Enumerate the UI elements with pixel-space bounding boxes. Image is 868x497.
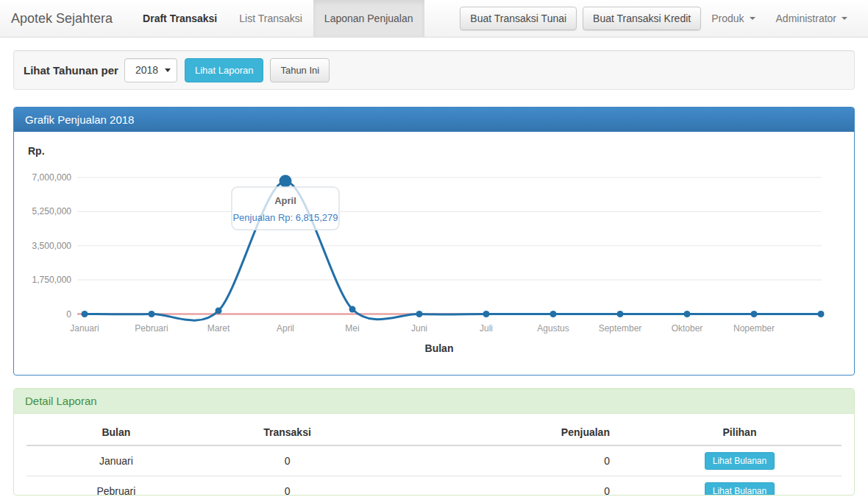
detail-laporan-panel-title: Detail Laporan (14, 389, 854, 414)
table-row: Januari 0 0 Lihat Bulanan (26, 445, 842, 476)
data-point[interactable] (82, 311, 88, 317)
col-header-bulan: Bulan (26, 418, 206, 445)
produk-dropdown[interactable]: Produk (701, 0, 765, 37)
navbar-right: Buat Transaksi Tunai Buat Transaksi Kred… (454, 0, 868, 37)
year-select[interactable]: 2018 (124, 58, 177, 82)
produk-dropdown-label: Produk (711, 13, 744, 24)
x-tick-label: September (599, 323, 642, 334)
nav-tab-draft-transaksi[interactable]: Draft Transaksi (132, 0, 228, 37)
cell-transaksi: 0 (206, 476, 369, 496)
sales-chart-body: 01,750,0003,500,0005,250,0007,000,000Rp.… (14, 132, 854, 375)
chevron-down-icon (750, 17, 755, 20)
table-header-row: Bulan Transaksi Penjualan Pilihan (26, 418, 842, 445)
x-tick-label: Maret (207, 323, 230, 334)
col-header-transaksi: Transaksi (206, 418, 369, 445)
detail-laporan-table-body: Bulan Transaksi Penjualan Pilihan Januar… (14, 414, 854, 496)
y-tick-label: 5,250,000 (32, 206, 72, 216)
x-tick-label: Agustus (537, 323, 569, 334)
x-tick-label: Nopember (733, 323, 775, 334)
data-point[interactable] (216, 308, 222, 314)
data-point[interactable] (149, 311, 155, 317)
x-tick-label: Januari (70, 323, 99, 334)
sales-chart-panel: Grafik Penjualan 2018 01,750,0003,500,00… (13, 107, 855, 376)
sales-chart-panel-title: Grafik Penjualan 2018 (14, 107, 854, 132)
lihat-bulanan-button[interactable]: Lihat Bulanan (705, 452, 775, 470)
detail-laporan-panel: Detail Laporan Bulan Transaksi Penjualan… (13, 388, 855, 496)
cell-penjualan: 0 (369, 445, 638, 476)
y-tick-label: 1,750,000 (32, 275, 72, 285)
y-tick-label: 7,000,000 (32, 172, 72, 183)
lihat-laporan-button[interactable]: Lihat Laporan (185, 58, 264, 82)
administrator-dropdown[interactable]: Administrator (766, 0, 858, 37)
data-point[interactable] (818, 311, 825, 317)
sales-series-line (85, 181, 821, 320)
data-point[interactable] (684, 311, 691, 317)
data-point[interactable] (280, 175, 292, 187)
monthly-report-table: Bulan Transaksi Penjualan Pilihan Januar… (26, 418, 842, 496)
y-tick-label: 0 (66, 309, 71, 320)
buat-transaksi-kredit-button[interactable]: Buat Transaksi Kredit (583, 7, 701, 30)
x-tick-label: Oktober (672, 323, 703, 334)
nav-tab-list-transaksi[interactable]: List Transaksi (228, 0, 313, 37)
data-point[interactable] (483, 311, 490, 317)
svg-text:April: April (274, 195, 296, 206)
data-point[interactable] (349, 306, 356, 313)
data-point[interactable] (416, 311, 423, 317)
x-tick-label: Pebruari (135, 323, 168, 334)
cell-bulan: Januari (26, 445, 206, 476)
table-row: Pebruari 0 0 Lihat Bulanan (26, 476, 842, 496)
navbar: Apotek Sejahtera Draft Transaksi List Tr… (0, 0, 868, 38)
cell-penjualan: 0 (369, 476, 638, 496)
col-header-pilihan: Pilihan (638, 418, 842, 445)
x-tick-label: Juli (480, 323, 493, 334)
buat-transaksi-tunai-button[interactable]: Buat Transaksi Tunai (460, 7, 577, 30)
year-select-value: 2018 (135, 64, 158, 76)
y-tick-label: 3,500,000 (32, 241, 72, 251)
tahun-ini-button[interactable]: Tahun Ini (270, 58, 330, 82)
data-point[interactable] (550, 311, 557, 317)
year-filter-bar: Lihat Tahunan per 2018 Lihat Laporan Tah… (13, 50, 855, 90)
app-brand[interactable]: Apotek Sejahtera (11, 0, 132, 37)
x-tick-label: Juni (411, 323, 427, 334)
x-tick-label: Mei (345, 323, 359, 334)
x-tick-label: April (277, 323, 294, 334)
chevron-down-icon (165, 68, 171, 72)
administrator-dropdown-label: Administrator (776, 13, 836, 24)
x-axis-title: Bulan (425, 342, 454, 354)
chevron-down-icon (842, 17, 847, 20)
lihat-bulanan-button[interactable]: Lihat Bulanan (705, 482, 775, 496)
cell-bulan: Pebruari (26, 476, 206, 496)
data-point[interactable] (751, 311, 758, 317)
nav-tab-laporan-penjualan[interactable]: Laponan Penjualan (313, 0, 424, 37)
data-point[interactable] (617, 311, 624, 317)
svg-text:Penjualan Rp: 6,815,279: Penjualan Rp: 6,815,279 (232, 212, 338, 223)
sales-line-chart[interactable]: 01,750,0003,500,0005,250,0007,000,000Rp.… (14, 132, 854, 375)
chart-tooltip: April Penjualan Rp: 6,815,279 (232, 187, 339, 230)
year-filter-label: Lihat Tahunan per (24, 64, 118, 77)
y-axis-title: Rp. (28, 145, 45, 157)
cell-transaksi: 0 (206, 445, 369, 476)
col-header-penjualan: Penjualan (369, 418, 638, 445)
